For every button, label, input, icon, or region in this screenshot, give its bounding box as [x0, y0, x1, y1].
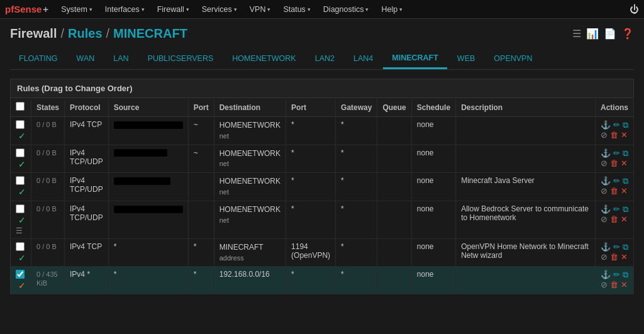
action-delete-icon[interactable]: 🗑	[610, 186, 618, 196]
action-disable-icon[interactable]: ⊘	[601, 130, 608, 140]
action-edit-icon[interactable]: ✏	[613, 120, 620, 130]
action-edit-icon[interactable]: ✏	[613, 148, 620, 159]
rule-enabled-icon-orange: ✓	[18, 281, 26, 291]
row-checkbox[interactable]	[16, 120, 25, 129]
nav-label-help: Help	[381, 5, 397, 14]
chart-icon[interactable]: 📊	[586, 28, 599, 40]
rule-enabled-icon-green: ✓	[18, 215, 26, 225]
action-copy-icon[interactable]: ⧉	[623, 204, 628, 214]
states-value: 0 / 0 B	[36, 243, 57, 250]
row-description	[456, 145, 596, 173]
brand-name: pfSense	[5, 4, 42, 14]
action-edit-icon[interactable]: ✏	[613, 204, 620, 214]
dest-main: HOMENETWORK	[219, 149, 280, 158]
row-description: OpenVPN Home Network to Minecraft Netw w…	[456, 238, 596, 267]
action-disable-icon[interactable]: ⊘	[601, 252, 608, 262]
tab-openvpn[interactable]: OpenVPN	[485, 49, 541, 69]
nav-item-diagnostics[interactable]: Diagnostics▾	[317, 0, 375, 19]
tab-web[interactable]: WEB	[448, 49, 484, 69]
action-copy-icon[interactable]: ⧉	[623, 270, 628, 280]
action-x-icon[interactable]: ✕	[621, 252, 628, 262]
row-checkbox-cell: ✓☰	[11, 201, 31, 238]
rule-enabled-icon-green: ✓	[18, 187, 26, 197]
row-checkbox[interactable]	[16, 270, 25, 279]
th-destination: Destination	[214, 98, 286, 117]
nav-item-system[interactable]: System▾	[55, 0, 99, 19]
dest-main: HOMENETWORK	[219, 121, 280, 130]
list-icon[interactable]: ☰	[572, 28, 581, 40]
action-anchor-icon[interactable]: ⚓	[601, 148, 611, 159]
nav-item-services[interactable]: Services▾	[196, 0, 243, 19]
action-copy-icon[interactable]: ⧉	[623, 148, 628, 159]
brand-plus: +	[43, 4, 48, 14]
action-x-icon[interactable]: ✕	[621, 186, 628, 196]
row-queue	[377, 267, 411, 294]
tab-homenetwork[interactable]: HOMENETWORK	[223, 49, 304, 69]
row-checkbox[interactable]	[16, 204, 25, 213]
action-delete-icon[interactable]: 🗑	[610, 159, 618, 168]
action-edit-icon[interactable]: ✏	[613, 270, 620, 280]
action-x-icon[interactable]: ✕	[621, 280, 628, 289]
action-disable-icon[interactable]: ⊘	[601, 280, 608, 289]
row-queue	[377, 117, 411, 145]
dest-sub: address	[219, 254, 244, 262]
doc-icon[interactable]: 📄	[604, 28, 616, 40]
tab-wan[interactable]: WAN	[68, 49, 104, 69]
tab-minecraft[interactable]: MINECRAFT	[383, 48, 447, 69]
action-anchor-icon[interactable]: ⚓	[601, 242, 611, 252]
nav-item-firewall[interactable]: Firewall▾	[151, 0, 196, 19]
states-value: 0 / 0 B	[36, 177, 57, 184]
row-source: *	[108, 238, 188, 267]
action-delete-icon[interactable]: 🗑	[610, 252, 618, 262]
action-edit-icon[interactable]: ✏	[613, 242, 620, 252]
row-gateway: *	[336, 238, 377, 267]
states-value: 0 / 0 B	[36, 205, 57, 213]
row-protocol: IPv4 *	[65, 267, 109, 294]
row-port-src	[188, 173, 214, 201]
action-delete-icon[interactable]: 🗑	[610, 280, 618, 289]
nav-item-vpn[interactable]: VPN▾	[243, 0, 277, 19]
row-checkbox[interactable]	[16, 148, 25, 157]
select-all-checkbox[interactable]	[16, 102, 25, 111]
actions-row1: ⚓ ✏ ⧉	[601, 176, 628, 186]
nav-caret-interfaces: ▾	[142, 6, 145, 13]
action-anchor-icon[interactable]: ⚓	[601, 176, 611, 186]
row-states: 0 / 0 B	[31, 117, 65, 145]
action-delete-icon[interactable]: 🗑	[610, 214, 618, 224]
action-anchor-icon[interactable]: ⚓	[601, 204, 611, 214]
action-disable-icon[interactable]: ⊘	[601, 186, 608, 196]
action-copy-icon[interactable]: ⧉	[623, 242, 628, 252]
brand-logo[interactable]: pfSense +	[5, 4, 48, 14]
row-checkbox[interactable]	[16, 242, 25, 251]
nav-item-help[interactable]: Help▾	[375, 0, 409, 19]
logout-icon[interactable]: ⏻	[630, 4, 639, 14]
tab-lan[interactable]: LAN	[104, 49, 137, 69]
action-disable-icon[interactable]: ⊘	[601, 159, 608, 168]
action-anchor-icon[interactable]: ⚓	[601, 120, 611, 130]
row-actions: ⚓ ✏ ⧉ ⊘ 🗑 ✕	[595, 238, 633, 267]
row-checkbox[interactable]	[16, 176, 25, 185]
action-x-icon[interactable]: ✕	[621, 159, 628, 168]
action-copy-icon[interactable]: ⧉	[623, 120, 628, 130]
action-disable-icon[interactable]: ⊘	[601, 214, 608, 224]
table-row: ✓0 / 0 BIPv4 TCP**MINECRAFTaddress1194(O…	[11, 238, 634, 267]
nav-item-interfaces[interactable]: Interfaces▾	[99, 0, 151, 19]
action-delete-icon[interactable]: 🗑	[610, 130, 618, 140]
tab-floating[interactable]: Floating	[10, 49, 67, 69]
help-icon[interactable]: ❓	[621, 28, 634, 40]
actions-row1: ⚓ ✏ ⧉	[601, 242, 628, 252]
nav-label-firewall: Firewall	[157, 5, 184, 14]
action-anchor-icon[interactable]: ⚓	[601, 270, 611, 280]
row-queue	[377, 238, 411, 267]
nav-item-status[interactable]: Status▾	[277, 0, 316, 19]
action-edit-icon[interactable]: ✏	[613, 176, 620, 186]
dest-main: HOMENETWORK	[219, 177, 280, 186]
tab-lan4[interactable]: LAN4	[345, 49, 382, 69]
row-port-dst: *	[286, 117, 336, 145]
action-copy-icon[interactable]: ⧉	[623, 176, 628, 186]
tab-publicservers[interactable]: PUBLICSERVERS	[139, 49, 223, 69]
action-x-icon[interactable]: ✕	[621, 214, 628, 224]
action-x-icon[interactable]: ✕	[621, 130, 628, 140]
breadcrumb-rules-link[interactable]: Rules	[68, 26, 102, 41]
tab-lan2[interactable]: LAN2	[306, 49, 343, 69]
